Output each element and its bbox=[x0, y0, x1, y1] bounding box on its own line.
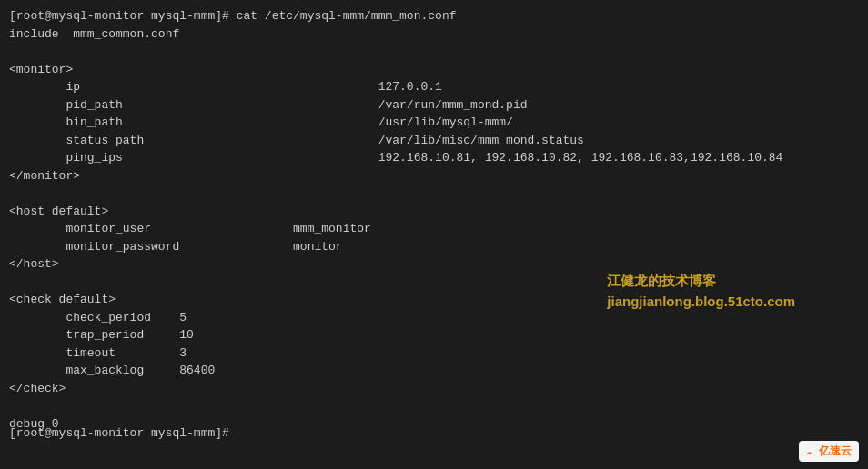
terminal-content: [root@mysql-monitor mysql-mmm]# cat /etc… bbox=[9, 7, 859, 468]
terminal-line-bin_line: bin_path /usr/lib/mysql-mmm/ bbox=[9, 114, 859, 132]
terminal-line-host_close: </host> bbox=[9, 255, 859, 274]
terminal-line-include: include mmm_common.conf bbox=[9, 25, 859, 44]
watermark: 江健龙的技术博客 jiangjianlong.blog.51cto.com bbox=[607, 273, 795, 309]
terminal-line-blank1 bbox=[9, 43, 859, 61]
terminal-line-host_open: <host default> bbox=[9, 203, 859, 221]
terminal-line-status_line: status_path /var/lib/misc/mmm_mond.statu… bbox=[9, 132, 859, 150]
terminal-line-blank2 bbox=[9, 185, 859, 203]
yiyun-logo: ☁ 亿速云 bbox=[806, 444, 852, 459]
prompt-text: [root@mysql-monitor mysql-mmm]# bbox=[9, 426, 229, 440]
terminal-line-cmd1: [root@mysql-monitor mysql-mmm]# cat /etc… bbox=[9, 7, 859, 25]
watermark-url: jiangjianlong.blog.51cto.com bbox=[607, 294, 795, 309]
watermark-name: 江健龙的技术博客 bbox=[607, 273, 795, 290]
terminal-line-max_backlog: max_backlog 86400 bbox=[9, 362, 859, 380]
terminal-line-check_period: check_period 5 bbox=[9, 309, 859, 327]
terminal-line-monitor_close: </monitor> bbox=[9, 167, 859, 185]
terminal-line-ip_line: ip 127.0.0.1 bbox=[9, 78, 859, 96]
terminal-line-pid_line: pid_path /var/run/mmm_mond.pid bbox=[9, 96, 859, 115]
yiyun-badge: ☁ 亿速云 bbox=[799, 441, 859, 462]
terminal-line-timeout: timeout 3 bbox=[9, 344, 859, 363]
terminal-window: [root@mysql-monitor mysql-mmm]# cat /etc… bbox=[0, 0, 868, 469]
terminal-line-blank4 bbox=[9, 397, 859, 415]
terminal-line-blank6 bbox=[9, 451, 859, 469]
terminal-line-monitor_pass: monitor_password monitor bbox=[9, 238, 859, 256]
terminal-line-trap_period: trap_period 10 bbox=[9, 326, 859, 344]
terminal-line-check_close: </check> bbox=[9, 380, 859, 398]
terminal-line-monitor_user: monitor_user mmm_monitor bbox=[9, 220, 859, 238]
terminal-line-ping_line: ping_ips 192.168.10.81, 192.168.10.82, 1… bbox=[9, 149, 859, 167]
bottom-prompt: [root@mysql-monitor mysql-mmm]# bbox=[9, 424, 229, 443]
terminal-line-monitor_open: <monitor> bbox=[9, 61, 859, 79]
